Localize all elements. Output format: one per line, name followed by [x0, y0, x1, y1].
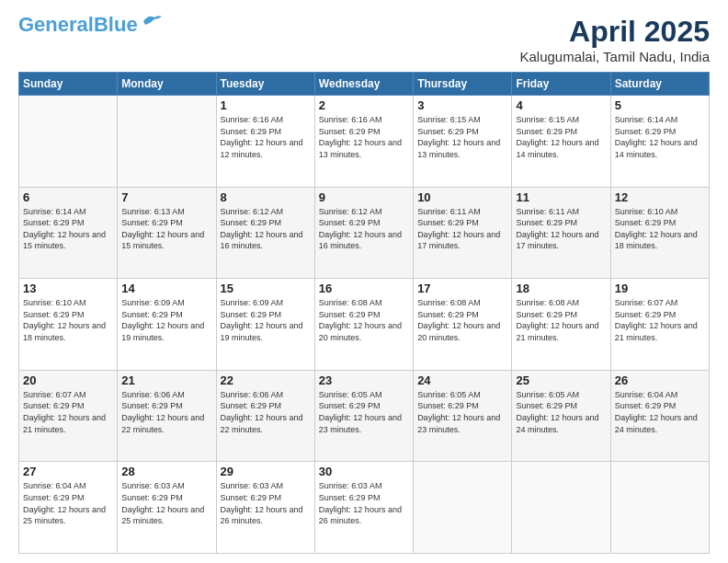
- day-number: 25: [516, 373, 606, 387]
- day-info: Sunrise: 6:11 AMSunset: 6:29 PMDaylight:…: [417, 206, 507, 252]
- day-number: 16: [319, 282, 409, 295]
- table-row: 29Sunrise: 6:03 AMSunset: 6:29 PMDayligh…: [216, 462, 314, 554]
- day-info: Sunrise: 6:12 AMSunset: 6:29 PMDaylight:…: [221, 206, 311, 252]
- day-info: Sunrise: 6:10 AMSunset: 6:29 PMDaylight:…: [23, 297, 113, 343]
- day-number: 23: [319, 373, 409, 387]
- day-number: 1: [221, 98, 311, 112]
- location-title: Kalugumalai, Tamil Nadu, India: [519, 49, 710, 64]
- day-info: Sunrise: 6:14 AMSunset: 6:29 PMDaylight:…: [615, 114, 705, 160]
- day-number: 11: [516, 190, 606, 204]
- day-info: Sunrise: 6:04 AMSunset: 6:29 PMDaylight:…: [23, 480, 113, 526]
- table-row: 16Sunrise: 6:08 AMSunset: 6:29 PMDayligh…: [314, 279, 413, 371]
- table-row: 11Sunrise: 6:11 AMSunset: 6:29 PMDayligh…: [512, 187, 610, 279]
- day-info: Sunrise: 6:16 AMSunset: 6:29 PMDaylight:…: [319, 114, 409, 160]
- day-info: Sunrise: 6:15 AMSunset: 6:29 PMDaylight:…: [516, 114, 606, 160]
- calendar-week-row: 6Sunrise: 6:14 AMSunset: 6:29 PMDaylight…: [19, 187, 710, 279]
- table-row: 6Sunrise: 6:14 AMSunset: 6:29 PMDaylight…: [19, 187, 118, 279]
- header-tuesday: Tuesday: [216, 73, 314, 96]
- table-row: 23Sunrise: 6:05 AMSunset: 6:29 PMDayligh…: [314, 370, 413, 462]
- day-number: 4: [516, 98, 606, 112]
- day-info: Sunrise: 6:03 AMSunset: 6:29 PMDaylight:…: [121, 480, 211, 526]
- table-row: 15Sunrise: 6:09 AMSunset: 6:29 PMDayligh…: [216, 279, 314, 371]
- title-block: April 2025 Kalugumalai, Tamil Nadu, Indi…: [519, 15, 710, 64]
- day-info: Sunrise: 6:12 AMSunset: 6:29 PMDaylight:…: [319, 206, 409, 252]
- day-info: Sunrise: 6:07 AMSunset: 6:29 PMDaylight:…: [23, 389, 113, 435]
- table-row: 3Sunrise: 6:15 AMSunset: 6:29 PMDaylight…: [414, 96, 512, 188]
- table-row: 28Sunrise: 6:03 AMSunset: 6:29 PMDayligh…: [118, 462, 216, 554]
- day-number: 3: [417, 98, 507, 112]
- table-row: [414, 462, 512, 554]
- table-row: 5Sunrise: 6:14 AMSunset: 6:29 PMDaylight…: [610, 96, 709, 188]
- day-number: 15: [221, 282, 311, 295]
- table-row: 1Sunrise: 6:16 AMSunset: 6:29 PMDaylight…: [216, 96, 314, 188]
- calendar-table: Sunday Monday Tuesday Wednesday Thursday…: [18, 72, 710, 554]
- day-info: Sunrise: 6:03 AMSunset: 6:29 PMDaylight:…: [221, 480, 311, 526]
- table-row: [19, 96, 118, 188]
- table-row: [118, 96, 216, 188]
- month-title: April 2025: [519, 15, 710, 49]
- day-info: Sunrise: 6:06 AMSunset: 6:29 PMDaylight:…: [221, 389, 311, 435]
- table-row: 24Sunrise: 6:05 AMSunset: 6:29 PMDayligh…: [414, 370, 512, 462]
- day-info: Sunrise: 6:03 AMSunset: 6:29 PMDaylight:…: [319, 480, 409, 526]
- logo: GeneralBlue: [18, 15, 162, 35]
- day-number: 13: [23, 282, 113, 295]
- table-row: 25Sunrise: 6:05 AMSunset: 6:29 PMDayligh…: [512, 370, 610, 462]
- day-info: Sunrise: 6:13 AMSunset: 6:29 PMDaylight:…: [121, 206, 211, 252]
- day-number: 20: [23, 373, 113, 387]
- table-row: 20Sunrise: 6:07 AMSunset: 6:29 PMDayligh…: [19, 370, 118, 462]
- day-number: 9: [319, 190, 409, 204]
- day-info: Sunrise: 6:05 AMSunset: 6:29 PMDaylight:…: [417, 389, 507, 435]
- day-number: 21: [121, 373, 211, 387]
- table-row: 4Sunrise: 6:15 AMSunset: 6:29 PMDaylight…: [512, 96, 610, 188]
- header-sunday: Sunday: [19, 73, 118, 96]
- day-info: Sunrise: 6:07 AMSunset: 6:29 PMDaylight:…: [615, 297, 705, 343]
- day-number: 17: [417, 282, 507, 295]
- day-number: 19: [615, 282, 705, 295]
- header-friday: Friday: [512, 73, 610, 96]
- table-row: 22Sunrise: 6:06 AMSunset: 6:29 PMDayligh…: [216, 370, 314, 462]
- day-info: Sunrise: 6:14 AMSunset: 6:29 PMDaylight:…: [23, 206, 113, 252]
- day-number: 5: [615, 98, 705, 112]
- day-number: 18: [516, 282, 606, 295]
- day-info: Sunrise: 6:08 AMSunset: 6:29 PMDaylight:…: [319, 297, 409, 343]
- day-number: 12: [615, 190, 705, 204]
- day-info: Sunrise: 6:08 AMSunset: 6:29 PMDaylight:…: [417, 297, 507, 343]
- day-info: Sunrise: 6:15 AMSunset: 6:29 PMDaylight:…: [417, 114, 507, 160]
- table-row: 17Sunrise: 6:08 AMSunset: 6:29 PMDayligh…: [414, 279, 512, 371]
- calendar-week-row: 1Sunrise: 6:16 AMSunset: 6:29 PMDaylight…: [19, 96, 710, 188]
- logo-bird-icon: [142, 14, 162, 29]
- table-row: 9Sunrise: 6:12 AMSunset: 6:29 PMDaylight…: [314, 187, 413, 279]
- table-row: 21Sunrise: 6:06 AMSunset: 6:29 PMDayligh…: [118, 370, 216, 462]
- table-row: 19Sunrise: 6:07 AMSunset: 6:29 PMDayligh…: [610, 279, 709, 371]
- table-row: 10Sunrise: 6:11 AMSunset: 6:29 PMDayligh…: [414, 187, 512, 279]
- table-row: 2Sunrise: 6:16 AMSunset: 6:29 PMDaylight…: [314, 96, 413, 188]
- logo-text: GeneralBlue: [18, 15, 138, 35]
- calendar-week-row: 13Sunrise: 6:10 AMSunset: 6:29 PMDayligh…: [19, 279, 710, 371]
- day-info: Sunrise: 6:08 AMSunset: 6:29 PMDaylight:…: [516, 297, 606, 343]
- header-thursday: Thursday: [414, 73, 512, 96]
- calendar-week-row: 20Sunrise: 6:07 AMSunset: 6:29 PMDayligh…: [19, 370, 710, 462]
- table-row: 26Sunrise: 6:04 AMSunset: 6:29 PMDayligh…: [610, 370, 709, 462]
- day-number: 28: [121, 465, 211, 478]
- table-row: [610, 462, 709, 554]
- table-row: [512, 462, 610, 554]
- day-info: Sunrise: 6:05 AMSunset: 6:29 PMDaylight:…: [319, 389, 409, 435]
- table-row: 12Sunrise: 6:10 AMSunset: 6:29 PMDayligh…: [610, 187, 709, 279]
- day-info: Sunrise: 6:09 AMSunset: 6:29 PMDaylight:…: [121, 297, 211, 343]
- day-info: Sunrise: 6:16 AMSunset: 6:29 PMDaylight:…: [221, 114, 311, 160]
- day-number: 26: [615, 373, 705, 387]
- day-number: 24: [417, 373, 507, 387]
- day-info: Sunrise: 6:06 AMSunset: 6:29 PMDaylight:…: [121, 389, 211, 435]
- day-number: 14: [121, 282, 211, 295]
- table-row: 30Sunrise: 6:03 AMSunset: 6:29 PMDayligh…: [314, 462, 413, 554]
- table-row: 7Sunrise: 6:13 AMSunset: 6:29 PMDaylight…: [118, 187, 216, 279]
- table-row: 8Sunrise: 6:12 AMSunset: 6:29 PMDaylight…: [216, 187, 314, 279]
- weekday-header-row: Sunday Monday Tuesday Wednesday Thursday…: [19, 73, 710, 96]
- day-info: Sunrise: 6:09 AMSunset: 6:29 PMDaylight:…: [221, 297, 311, 343]
- page: GeneralBlue April 2025 Kalugumalai, Tami…: [0, 0, 728, 563]
- header-wednesday: Wednesday: [314, 73, 413, 96]
- header: GeneralBlue April 2025 Kalugumalai, Tami…: [18, 15, 710, 64]
- header-monday: Monday: [118, 73, 216, 96]
- table-row: 18Sunrise: 6:08 AMSunset: 6:29 PMDayligh…: [512, 279, 610, 371]
- day-number: 22: [221, 373, 311, 387]
